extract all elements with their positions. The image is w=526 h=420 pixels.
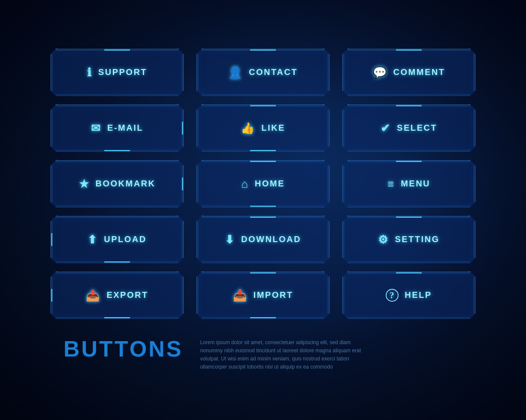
email-button[interactable]: ✉ E-MAIL	[51, 105, 184, 152]
bottom-section: BUTTONS Lorem ipsum dolor sit amet, cons…	[63, 336, 463, 372]
info-icon: ℹ	[87, 67, 92, 78]
home-icon: ⌂	[241, 178, 249, 189]
buttons-grid: ℹ SUPPORT 👤 CONTACT 💬 COMMENT ✉ E-MAIL 👍…	[51, 49, 475, 319]
support-label: SUPPORT	[98, 67, 147, 77]
like-button[interactable]: 👍 LIKE	[196, 105, 330, 152]
import-button[interactable]: 📥 IMPORT	[196, 272, 330, 319]
like-label: LIKE	[261, 123, 285, 133]
setting-label: SETTING	[395, 234, 439, 244]
bookmark-label: BOOKMARK	[96, 179, 156, 189]
email-icon: ✉	[91, 123, 101, 134]
help-label: HELP	[405, 290, 432, 300]
user-icon: 👤	[228, 67, 243, 78]
setting-button[interactable]: ⚙ SETTING	[342, 216, 475, 263]
select-label: SELECT	[397, 123, 437, 133]
contact-label: CONTACT	[249, 67, 298, 77]
support-button[interactable]: ℹ SUPPORT	[51, 49, 184, 96]
email-label: E-MAIL	[107, 123, 143, 133]
section-title: BUTTONS	[63, 336, 183, 362]
download-icon: ⬇	[225, 234, 235, 245]
upload-icon: ⬆	[88, 234, 98, 245]
export-button[interactable]: 📤 EXPORT	[51, 272, 184, 319]
upload-button[interactable]: ⬆ UPLOAD	[51, 216, 184, 263]
comment-icon: 💬	[373, 67, 387, 78]
menu-label: MENU	[401, 179, 430, 189]
select-button[interactable]: ✔ SELECT	[342, 105, 475, 152]
download-button[interactable]: ⬇ DOWNLOAD	[196, 216, 330, 263]
export-icon: 📤	[86, 290, 100, 301]
contact-button[interactable]: 👤 CONTACT	[196, 49, 330, 96]
comment-button[interactable]: 💬 COMMENT	[342, 49, 475, 96]
section-description: Lorem ipsum dolor sit amet, consectetuer…	[200, 339, 372, 372]
settings-icon: ⚙	[378, 234, 389, 245]
import-label: IMPORT	[254, 290, 293, 300]
download-label: DOWNLOAD	[241, 234, 301, 244]
help-icon: ?	[386, 289, 399, 302]
export-label: EXPORT	[106, 290, 148, 300]
home-button[interactable]: ⌂ HOME	[196, 160, 330, 207]
check-icon: ✔	[381, 123, 391, 134]
comment-label: COMMENT	[393, 67, 445, 77]
bookmark-button[interactable]: ★ BOOKMARK	[51, 160, 184, 207]
help-button[interactable]: ? HELP	[342, 272, 475, 319]
like-icon: 👍	[241, 123, 255, 134]
menu-button[interactable]: ≡ MENU	[342, 160, 475, 207]
menu-icon: ≡	[387, 178, 395, 189]
home-label: HOME	[255, 179, 285, 189]
upload-label: UPLOAD	[104, 234, 146, 244]
star-icon: ★	[79, 178, 90, 189]
import-icon: 📥	[233, 290, 248, 301]
